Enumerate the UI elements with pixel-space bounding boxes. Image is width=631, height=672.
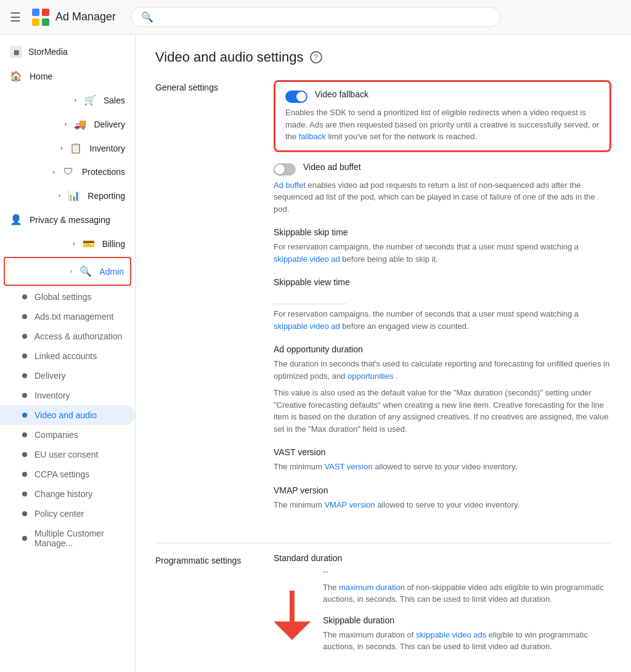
protections-icon: 🛡 [62,166,75,177]
dot-icon [22,334,27,339]
sub-item-ccpa[interactable]: CCPA settings [0,464,135,484]
skippable-skip-time-item: Skippable skip time For reservation camp… [274,227,611,265]
help-icon[interactable]: ? [310,51,322,63]
billing-icon: 💳 [83,238,95,249]
sidebar-item-label: Delivery [94,119,125,129]
standard-duration-desc: The maximum duration of non-skippable vi… [323,581,611,605]
sub-item-inventory[interactable]: Inventory [0,386,135,405]
sidebar-item-label: Privacy & messaging [30,215,110,225]
svg-rect-3 [42,18,49,26]
skippable-duration-title: Skippable duration [323,615,611,625]
sub-item-label: Delivery [35,371,66,381]
sidebar-item-label: Reporting [88,191,125,201]
dot-icon [22,472,27,477]
view-desc-2: before an engaged view is counted. [342,322,468,331]
max-duration-link[interactable]: maximum duration [339,583,405,592]
video-fallback-desc: Enables the SDK to send a prioritized li… [285,107,600,143]
sub-item-policy-center[interactable]: Policy center [0,504,135,524]
sidebar-item-protections[interactable]: › 🛡 Protections [0,160,135,184]
toggle-slider [274,163,296,176]
sidebar-item-admin[interactable]: › 🔍 Admin [11,263,124,280]
skippable-duration-item: Skippable duration The maximum duration … [323,615,611,653]
dot-icon [22,452,27,457]
opp-desc-3: This value is also used as the default v… [274,388,608,434]
sidebar-item-inventory[interactable]: › 📋 Inventory [0,136,135,160]
sub-item-label: Multiple Customer Manage... [35,528,125,548]
admin-icon: 🔍 [79,265,92,277]
sidebar-item-reporting[interactable]: › 📊 Reporting [0,184,135,208]
vast-version-desc: The minimum VAST version allowed to serv… [274,461,611,473]
chevron-icon: › [75,97,76,103]
sidebar-item-label: Admin [99,267,124,277]
sidebar-item-label: Inventory [89,144,125,153]
vast-link[interactable]: VAST version [324,462,372,471]
vast-desc-1: The minimum [274,462,322,471]
sidebar-item-delivery[interactable]: › 🚚 Delivery [0,112,135,136]
ad-opportunity-duration-item: Ad opportunity duration The duration in … [274,344,611,435]
sidebar-item-privacy[interactable]: 👤 Privacy & messaging [0,208,135,232]
sub-item-video-audio[interactable]: Video and audio [0,405,135,425]
reporting-icon: 📊 [68,190,80,201]
sub-item-global-settings[interactable]: Global settings [0,287,135,307]
sub-item-delivery[interactable]: Delivery [0,366,135,386]
ad-opportunity-title: Ad opportunity duration [274,344,611,354]
vmap-desc-1: The minimum [274,500,322,509]
sub-item-companies[interactable]: Companies [0,425,135,445]
video-fallback-title: Video fallback [315,89,368,99]
dot-icon [22,413,27,418]
section-layout: General settings Video fallback Enabl [155,80,611,523]
sub-item-label: Video and audio [35,410,97,420]
sidebar-item-label: Protections [82,167,125,177]
skip-link[interactable]: skippable video ad [274,254,340,264]
vast-version-title: VAST version [274,447,611,457]
sub-item-linked-accounts[interactable]: Linked accounts [0,346,135,366]
sidebar-item-label: Billing [102,239,125,249]
sidebar-item-home[interactable]: 🏠 Home [0,64,135,88]
video-buffet-toggle[interactable] [274,163,296,176]
sidebar-item-sales[interactable]: › 🛒 Sales [0,88,135,112]
chevron-icon: › [70,268,72,275]
video-fallback-toggle[interactable] [285,91,307,103]
video-buffet-title: Video ad buffet [303,162,361,172]
delivery-icon: 🚚 [74,118,86,130]
search-bar[interactable]: 🔍 [131,7,500,27]
chevron-icon: › [65,121,67,128]
vmap-link[interactable]: VMAP version [324,500,375,509]
network-icon: ▦ [10,46,22,58]
skip-dur-desc-1: The maximum duration of [323,630,413,639]
dot-icon [22,373,27,378]
vmap-version-desc: The minimum VMAP version allowed to serv… [274,499,611,511]
dot-icon [22,432,27,437]
opp-desc-2: . [396,371,398,381]
hamburger-menu[interactable]: ☰ [10,10,21,25]
view-link[interactable]: skippable video ad [274,322,340,331]
inventory-icon: 📋 [70,142,82,154]
prog-layout: Programmatic settings Standard duration [155,553,611,672]
programmatic-settings-section: Programmatic settings Standard duration [155,553,611,672]
dot-icon [22,294,27,299]
sub-item-label: Inventory [35,391,70,400]
sub-item-ads-txt[interactable]: Ads.txt management [0,307,135,326]
fallback-link[interactable]: fallback [299,132,326,141]
sub-item-label: Companies [35,430,78,440]
skippable-video-ads-link[interactable]: skippable video ads [416,630,486,639]
vmap-version-title: VMAP version [274,485,611,495]
sub-item-access-auth[interactable]: Access & authorization [0,326,135,346]
skippable-view-time-input[interactable] [274,289,348,304]
skippable-skip-time-title: Skippable skip time [274,227,611,237]
sub-item-label: Linked accounts [35,351,97,361]
chevron-icon: › [73,240,75,247]
ad-buffet-link[interactable]: Ad buffet [274,180,306,190]
opp-link[interactable]: opportunities [348,371,393,381]
vmap-desc-2: allowed to serve to your video inventory… [377,500,519,509]
skippable-skip-time-desc: For reservation campaigns, the number of… [274,241,611,265]
skip-desc-2: before being able to skip it. [342,254,438,264]
ad-opportunity-desc-2: This value is also used as the default v… [274,387,611,435]
sub-item-eu-consent[interactable]: EU user consent [0,445,135,464]
video-buffet-desc: Ad buffet enables video ad pod requests … [274,179,611,216]
sub-item-label: Change history [35,489,92,499]
sub-item-change-history[interactable]: Change history [0,484,135,504]
sidebar-item-billing[interactable]: › 💳 Billing [0,232,135,256]
standard-duration-item: Standard duration [274,553,611,665]
sub-item-mcm[interactable]: Multiple Customer Manage... [0,524,135,553]
